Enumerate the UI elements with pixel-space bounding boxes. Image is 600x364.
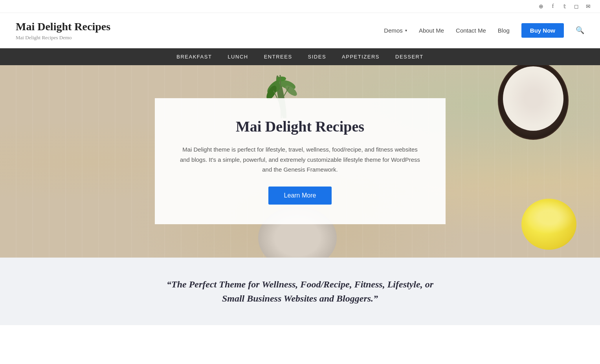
- logo-area: Mai Delight Recipes Mai Delight Recipes …: [16, 20, 110, 41]
- social-bar: ⊕ f 𝕥 ◻ ✉: [0, 0, 600, 13]
- nav-about[interactable]: About Me: [419, 27, 444, 34]
- nav-contact[interactable]: Contact Me: [456, 27, 486, 34]
- header: Mai Delight Recipes Mai Delight Recipes …: [0, 13, 600, 48]
- nav-blog[interactable]: Blog: [498, 27, 510, 34]
- cat-entrees[interactable]: ENTREES: [264, 54, 292, 60]
- buy-now-button[interactable]: Buy Now: [521, 23, 564, 38]
- quote-text: “The Perfect Theme for Wellness, Food/Re…: [163, 277, 438, 305]
- hero-title: Mai Delight Recipes: [178, 118, 422, 135]
- main-nav: Demos ▾ About Me Contact Me Blog Buy Now…: [384, 23, 584, 38]
- cat-breakfast[interactable]: BREAKFAST: [176, 54, 212, 60]
- hero-section: Mai Delight Recipes Mai Delight theme is…: [0, 65, 600, 258]
- search-icon[interactable]: 🔍: [576, 26, 584, 35]
- twitter-icon[interactable]: 𝕥: [561, 2, 569, 10]
- cat-dessert[interactable]: DESSERT: [395, 54, 424, 60]
- email-icon[interactable]: ✉: [584, 2, 592, 10]
- cat-lunch[interactable]: LUNCH: [228, 54, 248, 60]
- hero-content-box: Mai Delight Recipes Mai Delight theme is…: [155, 98, 446, 224]
- nav-demos[interactable]: Demos ▾: [384, 27, 407, 34]
- cat-sides[interactable]: SIDES: [308, 54, 327, 60]
- learn-more-button[interactable]: Learn More: [268, 187, 332, 205]
- facebook-icon[interactable]: f: [549, 2, 557, 10]
- logo-subtitle: Mai Delight Recipes Demo: [16, 35, 110, 41]
- bowl-decoration-top-right: [498, 65, 569, 140]
- instagram-icon[interactable]: ◻: [572, 2, 580, 10]
- chevron-down-icon: ▾: [405, 28, 407, 33]
- hero-description: Mai Delight theme is perfect for lifesty…: [178, 145, 422, 175]
- cat-appetizers[interactable]: APPETIZERS: [342, 54, 380, 60]
- quote-section: “The Perfect Theme for Wellness, Food/Re…: [0, 258, 600, 325]
- lemon-decoration-bottom-right: [521, 199, 576, 250]
- wordpress-icon[interactable]: ⊕: [537, 2, 545, 10]
- logo-title[interactable]: Mai Delight Recipes: [16, 20, 110, 33]
- category-nav: BREAKFAST LUNCH ENTREES SIDES APPETIZERS…: [0, 48, 600, 65]
